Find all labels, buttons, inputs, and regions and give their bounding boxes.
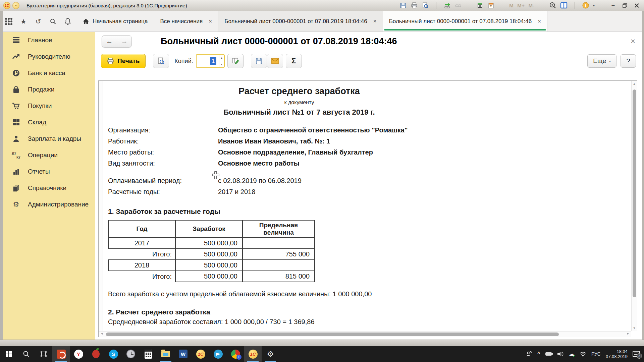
- print-button[interactable]: Печать: [101, 54, 146, 68]
- minimize-button[interactable]: –: [609, 2, 617, 9]
- sidebar-item-manager[interactable]: Руководителю: [3, 48, 95, 65]
- close-document-icon[interactable]: ×: [631, 37, 635, 46]
- sidebar-item-warehouse[interactable]: Склад: [3, 114, 95, 130]
- kt-label: Кт: [16, 155, 20, 159]
- vertical-scroll-thumb[interactable]: [633, 89, 636, 297]
- spinner-up-icon[interactable]: ▲: [219, 55, 224, 61]
- zoom-in-icon[interactable]: [549, 2, 556, 9]
- restore-button[interactable]: [621, 2, 629, 9]
- save-document-button[interactable]: [251, 54, 267, 68]
- preview-button[interactable]: [153, 54, 169, 68]
- copies-spinner[interactable]: 1 ▲ ▼: [196, 54, 225, 68]
- debit-credit-icon: ДтКт: [11, 151, 21, 159]
- all-functions-grid-icon[interactable]: [1, 11, 16, 32]
- tab-sick-leave-1[interactable]: Больничный лист 0000-000001 от 07.08.201…: [218, 11, 383, 32]
- history-icon[interactable]: ↺: [31, 11, 46, 32]
- forward-button[interactable]: →: [117, 36, 131, 47]
- tab-close-icon[interactable]: ×: [538, 18, 541, 25]
- scroll-down-icon[interactable]: ▼: [632, 326, 637, 330]
- taskbar-app-word[interactable]: W: [174, 346, 192, 362]
- sidebar-item-directories[interactable]: Справочники: [3, 180, 95, 196]
- info-icon[interactable]: i: [582, 2, 589, 9]
- taskbar-app-settings[interactable]: ⚙: [262, 346, 279, 362]
- table-row: 2017 500 000,00: [108, 238, 315, 249]
- print-preview-icon[interactable]: [422, 2, 429, 9]
- powerpoint-icon: [57, 350, 66, 359]
- tab-home[interactable]: Начальная страница: [76, 11, 154, 32]
- taskbar-app-skype[interactable]: S: [105, 346, 122, 362]
- sidebar-item-label: Отчеты: [28, 168, 50, 175]
- taskbar-app-clock[interactable]: [122, 346, 140, 362]
- notification-badge: 3: [637, 353, 642, 359]
- clock-datetime[interactable]: 18:04 07.08.2019: [606, 349, 628, 359]
- language-indicator[interactable]: РУС: [591, 351, 601, 357]
- taskbar-app-1c[interactable]: 1С: [192, 346, 209, 362]
- horizontal-scroll-thumb[interactable]: [106, 333, 559, 336]
- tab-all-accruals[interactable]: Все начисления ×: [154, 11, 219, 32]
- sidebar-item-purchases[interactable]: Покупки: [3, 98, 95, 114]
- copies-value[interactable]: 1: [197, 55, 219, 67]
- calculator-icon[interactable]: [476, 2, 484, 9]
- cell-limit: 815 000: [243, 271, 315, 282]
- task-view-button[interactable]: [35, 346, 52, 362]
- speaker-icon[interactable]: [557, 351, 564, 357]
- vertical-scrollbar[interactable]: ▲ ▼: [631, 81, 637, 331]
- taskbar-app-browser-t[interactable]: [227, 346, 244, 362]
- sidebar-item-sales[interactable]: Продажи: [3, 81, 95, 98]
- memory-m-plus-button[interactable]: M+: [517, 3, 525, 8]
- more-actions-button[interactable]: Еще ▾: [587, 54, 616, 68]
- start-button[interactable]: [0, 346, 17, 362]
- calendar-icon[interactable]: 31: [487, 2, 495, 9]
- taskbar-search-button[interactable]: [17, 346, 35, 362]
- taskbar-app-1c-active[interactable]: 1С: [244, 346, 262, 362]
- sidebar-item-operations[interactable]: ДтКт Операции: [3, 147, 95, 163]
- edit-layout-button[interactable]: [227, 54, 244, 68]
- send-email-button[interactable]: [267, 54, 283, 68]
- export-link-icon[interactable]: [443, 2, 451, 9]
- sidebar-item-salary-hr[interactable]: Зарплата и кадры: [3, 130, 95, 147]
- sidebar-item-reports[interactable]: Отчеты: [3, 163, 95, 180]
- battery-icon[interactable]: [545, 352, 552, 356]
- hidden-icons-chevron-icon[interactable]: ^: [537, 351, 540, 357]
- sum-button[interactable]: Σ: [286, 54, 302, 68]
- cell-total-label: Итого:: [108, 271, 175, 282]
- split-window-icon[interactable]: [560, 2, 568, 9]
- tab-sick-leave-2-active[interactable]: Больничный лист 0000-000001 от 07.08.201…: [383, 11, 547, 32]
- sidebar-item-main[interactable]: Главное: [3, 32, 95, 48]
- memory-m-minus-button[interactable]: M-: [528, 3, 535, 8]
- taskbar-app-telegram[interactable]: [209, 346, 227, 362]
- sidebar-item-administration[interactable]: ⚙ Администрирование: [3, 196, 95, 213]
- taskbar-app-powerpoint[interactable]: [52, 346, 70, 362]
- search-icon[interactable]: [46, 11, 60, 32]
- info-label: Работник:: [108, 136, 218, 147]
- taskbar-app-explorer[interactable]: [157, 346, 174, 362]
- notification-center-icon[interactable]: 3: [633, 351, 640, 357]
- print-icon[interactable]: [411, 2, 418, 9]
- scroll-left-icon[interactable]: ◄: [100, 332, 103, 335]
- people-icon[interactable]: [526, 351, 532, 357]
- taskbar-app-yandex[interactable]: Y: [70, 346, 87, 362]
- tab-close-icon[interactable]: ×: [209, 18, 212, 25]
- memory-m-button[interactable]: M: [509, 3, 514, 8]
- scroll-right-icon[interactable]: ►: [627, 332, 630, 335]
- network-icon[interactable]: [580, 351, 586, 357]
- main-menu-dropdown-button[interactable]: ▾: [12, 2, 19, 9]
- app-logo-1c-icon[interactable]: 1С: [3, 2, 10, 9]
- info-dropdown-icon[interactable]: ▾: [593, 4, 595, 7]
- close-window-button[interactable]: [633, 2, 641, 9]
- horizontal-scrollbar[interactable]: ◄ ►: [99, 331, 631, 337]
- scroll-up-icon[interactable]: ▲: [632, 82, 637, 85]
- tab-close-icon[interactable]: ×: [373, 18, 377, 25]
- spinner-down-icon[interactable]: ▼: [219, 61, 224, 67]
- back-button[interactable]: ←: [102, 36, 117, 47]
- notifications-bell-icon[interactable]: [60, 11, 75, 32]
- cloud-sync-icon[interactable]: ☁✓: [569, 350, 575, 358]
- help-button[interactable]: ?: [621, 54, 636, 68]
- info-row: Расчетные годы: 2017 и 2018: [108, 186, 631, 197]
- info-value: Основное место работы: [218, 158, 300, 169]
- taskbar-app-apple[interactable]: [87, 346, 105, 362]
- taskbar-app-calculator[interactable]: [140, 346, 157, 362]
- favorites-star-icon[interactable]: ★: [16, 11, 31, 32]
- sidebar-item-bank-cash[interactable]: Банк и касса: [3, 65, 95, 81]
- save-icon[interactable]: [399, 2, 407, 9]
